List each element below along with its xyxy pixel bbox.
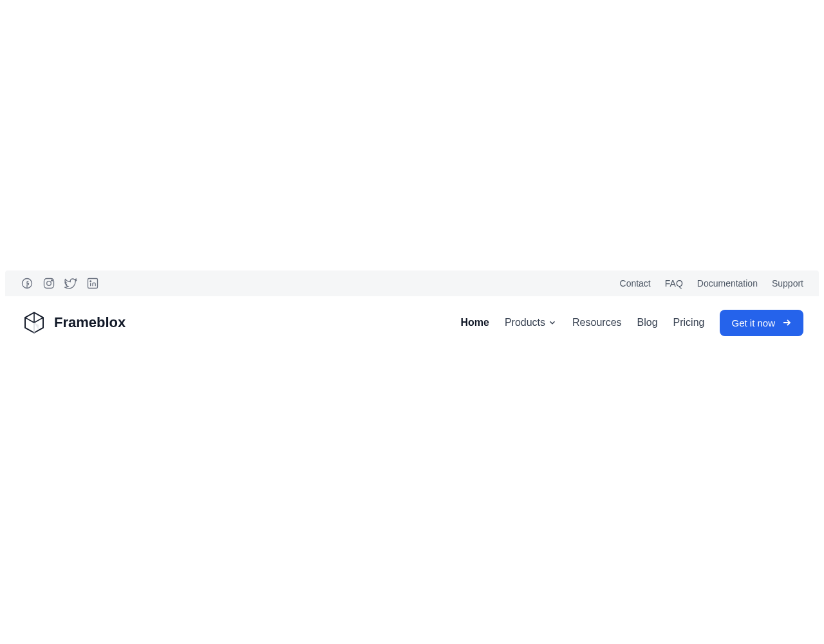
chevron-down-icon [548, 318, 557, 327]
support-link[interactable]: Support [772, 278, 803, 289]
svg-point-2 [47, 281, 52, 286]
social-icons [21, 277, 99, 290]
get-it-now-button[interactable]: Get it now [720, 310, 803, 336]
brand-logo[interactable]: Frameblox [21, 309, 126, 336]
linkedin-icon[interactable] [86, 277, 99, 290]
header-wrapper: Contact FAQ Documentation Support Frameb… [5, 270, 819, 349]
top-bar: Contact FAQ Documentation Support [5, 270, 819, 296]
arrow-right-icon [782, 317, 792, 328]
nav-products[interactable]: Products [505, 317, 557, 328]
faq-link[interactable]: FAQ [665, 278, 683, 289]
main-nav: Frameblox Home Products Resources Blog P… [5, 296, 819, 349]
svg-point-3 [52, 280, 53, 281]
nav-resources[interactable]: Resources [572, 317, 621, 328]
facebook-icon[interactable] [21, 277, 33, 290]
cta-label: Get it now [731, 317, 775, 328]
nav-items: Home Products Resources Blog Pricing Get… [460, 310, 803, 336]
brand-name: Frameblox [54, 314, 126, 331]
contact-link[interactable]: Contact [620, 278, 651, 289]
svg-point-5 [90, 281, 91, 282]
nav-blog[interactable]: Blog [637, 317, 658, 328]
nav-products-label: Products [505, 317, 545, 328]
instagram-icon[interactable] [42, 277, 55, 290]
cube-icon [21, 309, 48, 336]
documentation-link[interactable]: Documentation [697, 278, 758, 289]
top-links: Contact FAQ Documentation Support [620, 278, 803, 289]
nav-home[interactable]: Home [460, 317, 489, 328]
twitter-icon[interactable] [64, 277, 77, 290]
nav-pricing[interactable]: Pricing [673, 317, 705, 328]
